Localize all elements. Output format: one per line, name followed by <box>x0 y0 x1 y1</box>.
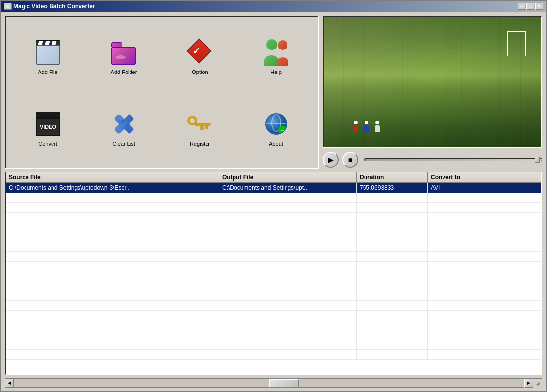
globe-icon: → <box>262 111 289 138</box>
stop-button[interactable]: ■ <box>342 152 358 168</box>
clear-list-button[interactable]: Clear List <box>87 93 161 163</box>
add-file-icon <box>33 38 63 67</box>
col-header-output: Output File <box>219 172 357 182</box>
clapboard-body <box>36 45 60 65</box>
title-bar-controls: ─ □ ✕ <box>518 3 543 10</box>
volume-thumb <box>535 157 540 163</box>
file-table: Source File Output File Duration Convert… <box>5 172 542 375</box>
empty-row <box>6 301 541 311</box>
option-diamond-icon: ✓ <box>186 40 213 65</box>
option-label: Option <box>192 69 208 75</box>
register-icon <box>185 109 215 139</box>
person1-head <box>266 39 277 50</box>
cell-output-0: C:\Documents and Settings\upt... <box>219 183 357 193</box>
help-icon <box>261 38 291 67</box>
scroll-thumb[interactable] <box>269 379 299 387</box>
video-board-body: VIDEO <box>36 118 60 136</box>
clear-list-label: Clear List <box>112 141 135 147</box>
video-text: VIDEO <box>40 124 56 130</box>
empty-row <box>6 252 541 262</box>
folder-body <box>111 47 136 65</box>
add-file-label: Add File <box>38 69 57 75</box>
play-button[interactable]: ▶ <box>323 152 339 168</box>
empty-row <box>6 291 541 301</box>
horizontal-scrollbar: ◀ ▶ ◢ <box>5 378 542 387</box>
register-button[interactable]: Register <box>163 93 237 163</box>
table-header: Source File Output File Duration Convert… <box>6 172 541 183</box>
top-section: Add File Add Folder <box>5 16 542 169</box>
controls-bar: ▶ ■ <box>323 151 542 169</box>
col-header-source: Source File <box>6 172 219 182</box>
key-icon <box>186 112 213 136</box>
empty-row <box>6 262 541 271</box>
folder-icon <box>110 40 137 65</box>
key-tooth-1 <box>200 126 204 130</box>
volume-slider[interactable] <box>364 158 542 161</box>
scroll-track[interactable] <box>14 379 524 388</box>
key-shaft <box>195 122 211 126</box>
person2-head <box>278 40 287 50</box>
cell-convert-0: AVI <box>428 183 541 193</box>
x-icon-container <box>110 111 137 138</box>
title-bar-left: ▤ Magic Video Batch Converter <box>4 3 95 10</box>
empty-row <box>6 232 541 242</box>
globe-arrow: → <box>278 126 287 135</box>
empty-row <box>6 271 541 281</box>
table-body: C:\Documents and Settings\uptodown-3\Esc… <box>6 183 541 374</box>
empty-row <box>6 281 541 291</box>
folder-tab <box>111 42 122 47</box>
help-button[interactable]: Help <box>239 22 313 91</box>
about-icon: → <box>261 109 291 139</box>
register-label: Register <box>190 141 210 147</box>
help-label: Help <box>270 69 282 75</box>
empty-row <box>6 330 541 340</box>
video-board-icon: VIDEO <box>34 112 61 136</box>
folder-shine <box>116 55 126 59</box>
add-folder-button[interactable]: Add Folder <box>87 22 161 91</box>
option-icon: ✓ <box>185 38 215 67</box>
video-frame <box>324 17 541 147</box>
col-header-duration: Duration <box>357 172 428 182</box>
empty-row <box>6 193 541 203</box>
scroll-right-button[interactable]: ▶ <box>524 379 533 388</box>
title-bar: ▤ Magic Video Batch Converter ─ □ ✕ <box>1 1 546 12</box>
convert-icon: VIDEO <box>33 109 63 139</box>
maximize-button[interactable]: □ <box>526 3 534 10</box>
convert-button[interactable]: VIDEO Convert <box>11 93 85 163</box>
convert-label: Convert <box>38 141 57 147</box>
option-button[interactable]: ✓ Option <box>163 22 237 91</box>
empty-row <box>6 350 541 360</box>
key-tooth-2 <box>205 126 208 129</box>
clear-list-icon <box>109 109 139 139</box>
about-label: About <box>269 141 283 147</box>
empty-row <box>6 203 541 213</box>
window-title: Magic Video Batch Converter <box>13 3 95 10</box>
check-mark: ✓ <box>192 45 201 57</box>
empty-row <box>6 242 541 252</box>
video-noise <box>324 17 541 147</box>
about-button[interactable]: → About <box>239 93 313 163</box>
video-preview <box>323 16 542 148</box>
toolbar-panel: Add File Add Folder <box>5 16 319 169</box>
x-icon <box>113 113 135 135</box>
add-folder-label: Add Folder <box>111 69 137 75</box>
empty-row <box>6 340 541 350</box>
minimize-button[interactable]: ─ <box>518 3 525 10</box>
scroll-left-button[interactable]: ◀ <box>5 379 14 388</box>
window-content: Add File Add Folder <box>1 12 546 391</box>
main-window: ▤ Magic Video Batch Converter ─ □ ✕ <box>0 0 547 392</box>
people-icon <box>262 39 289 66</box>
table-row[interactable]: C:\Documents and Settings\uptodown-3\Esc… <box>6 183 541 193</box>
globe-sphere: → <box>265 113 287 135</box>
col-header-convert: Convert to <box>428 172 541 182</box>
person2-body <box>277 57 288 66</box>
preview-panel: ▶ ■ <box>323 16 542 169</box>
add-file-button[interactable]: Add File <box>11 22 85 91</box>
empty-row <box>6 320 541 330</box>
cell-duration-0: 755.0693833 <box>357 183 428 193</box>
empty-row <box>6 311 541 320</box>
close-button[interactable]: ✕ <box>535 3 543 10</box>
empty-row <box>6 222 541 232</box>
window-icon: ▤ <box>4 3 12 10</box>
person1-body <box>264 55 278 66</box>
